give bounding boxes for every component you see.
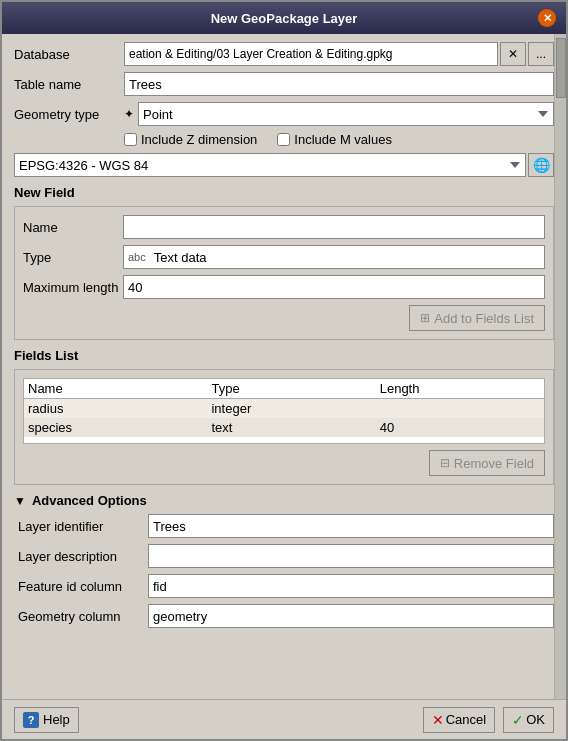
fields-table-header: Name Type Length [24, 379, 544, 399]
cancel-button[interactable]: ✕ Cancel [423, 707, 495, 733]
advanced-options-body: Layer identifier Layer description Featu… [14, 514, 554, 628]
field-name-label: Name [23, 220, 123, 235]
field-name-row: Name [23, 215, 545, 239]
remove-field-icon: ⊟ [440, 456, 450, 470]
database-field-container: ✕ ... [124, 42, 554, 66]
layer-identifier-input[interactable] [148, 514, 554, 538]
add-to-fields-button[interactable]: ⊞ Add to Fields List [409, 305, 545, 331]
crs-row: EPSG:4326 - WGS 84 🌐 [14, 153, 554, 177]
add-field-icon: ⊞ [420, 311, 430, 325]
database-clear-button[interactable]: ✕ [500, 42, 526, 66]
browse-icon: ... [536, 47, 546, 61]
database-label: Database [14, 47, 124, 62]
layer-identifier-label: Layer identifier [18, 519, 148, 534]
help-button[interactable]: ? Help [14, 707, 79, 733]
row-length [376, 399, 544, 419]
dialog-body: Database ✕ ... Table name Geometry type … [2, 34, 566, 699]
remove-field-label: Remove Field [454, 456, 534, 471]
advanced-arrow-icon: ▼ [14, 494, 26, 508]
ok-icon: ✓ [512, 712, 524, 728]
advanced-options-section: ▼ Advanced Options Layer identifier Laye… [14, 493, 554, 628]
col-length-header: Length [376, 379, 544, 399]
add-field-label: Add to Fields List [434, 311, 534, 326]
scrollbar-track[interactable] [554, 34, 566, 699]
footer-right: ✕ Cancel ✓ OK [423, 707, 554, 733]
new-field-box: Name Type abc Text data Integer Decimal … [14, 206, 554, 340]
include-z-label: Include Z dimension [141, 132, 257, 147]
geometry-column-row: Geometry column [18, 604, 554, 628]
row-name: species [24, 418, 207, 437]
clear-icon: ✕ [508, 47, 518, 61]
dialog-title: New GeoPackage Layer [30, 11, 538, 26]
geometry-type-icon: ✦ [124, 107, 134, 121]
fields-list-section-title: Fields List [14, 348, 554, 363]
crs-select[interactable]: EPSG:4326 - WGS 84 [14, 153, 526, 177]
database-row: Database ✕ ... [14, 42, 554, 66]
feature-id-input[interactable] [148, 574, 554, 598]
ok-button[interactable]: ✓ OK [503, 707, 554, 733]
include-m-item: Include M values [277, 132, 392, 147]
row-type: integer [207, 399, 375, 419]
table-row[interactable]: species text 40 [24, 418, 544, 437]
checkboxes-row: Include Z dimension Include M values [14, 132, 554, 147]
fields-table-body: radius integer species text 40 [24, 399, 544, 438]
dialog-footer: ? Help ✕ Cancel ✓ OK [2, 699, 566, 739]
fields-table-wrapper: Name Type Length radius integer species [23, 378, 545, 444]
geometry-type-row: Geometry type ✦ Point Line Polygon [14, 102, 554, 126]
fields-list-box: Name Type Length radius integer species [14, 369, 554, 485]
new-geopackage-layer-dialog: New GeoPackage Layer ✕ Database ✕ ... Ta… [0, 0, 568, 741]
layer-identifier-row: Layer identifier [18, 514, 554, 538]
advanced-options-header[interactable]: ▼ Advanced Options [14, 493, 554, 508]
include-z-checkbox[interactable] [124, 133, 137, 146]
database-input[interactable] [124, 42, 498, 66]
scrollbar-thumb[interactable] [556, 38, 566, 98]
add-field-button-row: ⊞ Add to Fields List [23, 305, 545, 331]
advanced-options-title: Advanced Options [32, 493, 147, 508]
field-max-length-row: Maximum length [23, 275, 545, 299]
geometry-type-select[interactable]: Point Line Polygon [138, 102, 554, 126]
row-type: text [207, 418, 375, 437]
close-button[interactable]: ✕ [538, 9, 556, 27]
close-icon: ✕ [543, 12, 552, 25]
table-name-input[interactable] [124, 72, 554, 96]
ok-label: OK [526, 712, 545, 727]
new-field-section-title: New Field [14, 185, 554, 200]
footer-left: ? Help [14, 707, 79, 733]
field-type-row: Type abc Text data Integer Decimal Boole… [23, 245, 545, 269]
row-name: radius [24, 399, 207, 419]
col-name-header: Name [24, 379, 207, 399]
feature-id-label: Feature id column [18, 579, 148, 594]
table-name-row: Table name [14, 72, 554, 96]
remove-field-button-row: ⊟ Remove Field [23, 450, 545, 476]
geometry-column-input[interactable] [148, 604, 554, 628]
field-max-length-label: Maximum length [23, 280, 123, 295]
database-browse-button[interactable]: ... [528, 42, 554, 66]
crs-globe-button[interactable]: 🌐 [528, 153, 554, 177]
fields-table: Name Type Length radius integer species [24, 379, 544, 437]
title-bar: New GeoPackage Layer ✕ [2, 2, 566, 34]
type-prefix: abc [128, 251, 146, 263]
cancel-label: Cancel [446, 712, 486, 727]
row-length: 40 [376, 418, 544, 437]
layer-description-row: Layer description [18, 544, 554, 568]
include-z-item: Include Z dimension [124, 132, 257, 147]
cancel-icon: ✕ [432, 712, 444, 728]
geometry-column-label: Geometry column [18, 609, 148, 624]
feature-id-row: Feature id column [18, 574, 554, 598]
include-m-label: Include M values [294, 132, 392, 147]
table-name-label: Table name [14, 77, 124, 92]
col-type-header: Type [207, 379, 375, 399]
field-type-label: Type [23, 250, 123, 265]
include-m-checkbox[interactable] [277, 133, 290, 146]
layer-description-label: Layer description [18, 549, 148, 564]
field-max-length-input[interactable] [123, 275, 545, 299]
layer-description-input[interactable] [148, 544, 554, 568]
field-type-select[interactable]: Text data Integer Decimal Boolean Date D… [150, 246, 540, 268]
table-row[interactable]: radius integer [24, 399, 544, 419]
help-label: Help [43, 712, 70, 727]
help-icon: ? [23, 712, 39, 728]
field-name-input[interactable] [123, 215, 545, 239]
globe-icon: 🌐 [533, 157, 550, 173]
geometry-type-label: Geometry type [14, 107, 124, 122]
remove-field-button[interactable]: ⊟ Remove Field [429, 450, 545, 476]
